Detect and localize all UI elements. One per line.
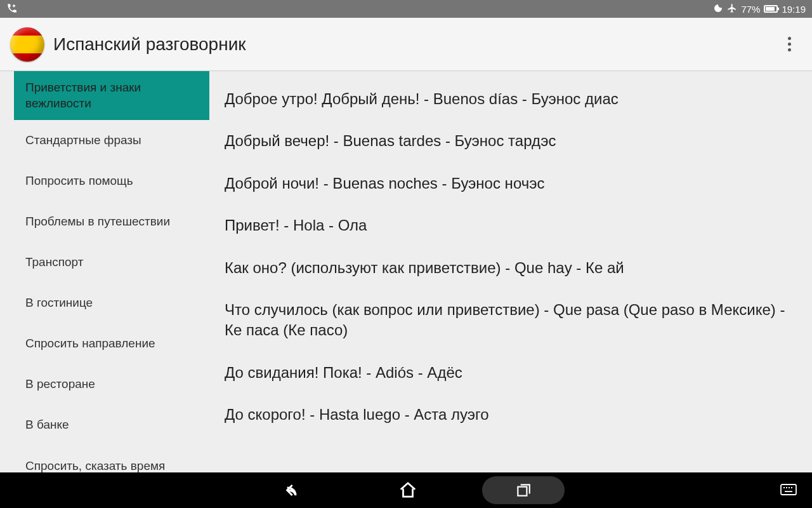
status-left: [6, 3, 18, 16]
tab-standard-phrases[interactable]: Стандартные фразы: [14, 120, 209, 161]
back-button[interactable]: [279, 479, 302, 502]
phrase-text: Привет! - Hola - Ола: [225, 217, 367, 234]
phrase-text: Что случилось (как вопрос или приветстви…: [225, 301, 785, 338]
overflow-menu-button[interactable]: [776, 32, 802, 57]
battery-icon: [764, 5, 778, 13]
keyboard-icon[interactable]: [780, 484, 797, 495]
phrase-text: Как оно? (используют как приветствие) - …: [225, 259, 624, 276]
phrase-item[interactable]: Привет! - Hola - Ола: [225, 215, 793, 236]
phrase-item[interactable]: Доброй ночи! - Buenas noches - Буэнос но…: [225, 173, 793, 194]
call-add-icon: [6, 3, 18, 16]
clock: 19:19: [782, 4, 806, 15]
phrase-text: Добрый вечер! - Buenas tardes - Буэнос т…: [225, 132, 556, 149]
tab-time[interactable]: Спросить, сказать время: [14, 445, 209, 472]
tab-label: Попросить помощь: [25, 173, 133, 189]
sidebar[interactable]: Приветствия и знаки вежливости Стандартн…: [0, 71, 209, 472]
phrase-text: Доброй ночи! - Buenas noches - Буэнос но…: [225, 175, 544, 192]
tab-label: В гостинице: [25, 295, 93, 311]
main-area: Приветствия и знаки вежливости Стандартн…: [0, 71, 812, 472]
battery-percent: 77%: [741, 4, 760, 15]
dnd-moon-icon: [713, 3, 723, 15]
tab-label: Проблемы в путешествии: [25, 214, 170, 230]
status-bar: 77% 19:19: [0, 0, 812, 18]
phrase-text: До скорого! - Hasta luego - Аста луэго: [225, 406, 489, 423]
phrase-item[interactable]: Что случилось (как вопрос или приветстви…: [225, 300, 793, 341]
phrase-text: До свидания! Пока! - Adiós - Адёс: [225, 364, 462, 381]
tab-direction[interactable]: Спросить направление: [14, 323, 209, 364]
tab-label: Стандартные фразы: [25, 133, 141, 149]
tab-label: Приветствия и знаки вежливости: [25, 80, 198, 111]
content-panel[interactable]: Доброе утро! Добрый день! - Buenos días …: [209, 71, 812, 472]
svg-rect-0: [518, 487, 527, 496]
tab-restaurant[interactable]: В ресторане: [14, 364, 209, 404]
tab-travel-problems[interactable]: Проблемы в путешествии: [14, 201, 209, 242]
svg-rect-1: [781, 485, 796, 495]
tab-label: Транспорт: [25, 255, 83, 271]
phrase-item[interactable]: До скорого! - Hasta luego - Аста луэго: [225, 404, 793, 425]
tab-hotel[interactable]: В гостинице: [14, 283, 209, 323]
phrase-item[interactable]: До свидания! Пока! - Adiós - Адёс: [225, 363, 793, 383]
phrase-text: Доброе утро! Добрый день! - Buenos días …: [225, 90, 619, 107]
system-nav-bar: [0, 472, 812, 508]
tab-label: Спросить, сказать время: [25, 458, 165, 472]
tab-greetings[interactable]: Приветствия и знаки вежливости: [14, 71, 209, 120]
recent-apps-button[interactable]: [482, 476, 565, 504]
app-title: Испанский разговорник: [53, 34, 246, 55]
phrase-item[interactable]: Как оно? (используют как приветствие) - …: [225, 258, 793, 278]
app-bar: Испанский разговорник: [0, 18, 812, 71]
tab-label: В ресторане: [25, 377, 95, 392]
tab-label: Спросить направление: [25, 336, 155, 352]
app-icon-spain-flag: [10, 27, 44, 62]
tab-bank[interactable]: В банке: [14, 404, 209, 445]
tab-label: В банке: [25, 417, 69, 433]
tab-transport[interactable]: Транспорт: [14, 242, 209, 283]
phrase-item[interactable]: Доброе утро! Добрый день! - Buenos días …: [225, 89, 793, 109]
home-button[interactable]: [396, 479, 419, 502]
tab-ask-help[interactable]: Попросить помощь: [14, 161, 209, 201]
airplane-mode-icon: [727, 3, 737, 15]
phrase-item[interactable]: Добрый вечер! - Buenas tardes - Буэнос т…: [225, 131, 793, 151]
status-right: 77% 19:19: [713, 3, 806, 15]
